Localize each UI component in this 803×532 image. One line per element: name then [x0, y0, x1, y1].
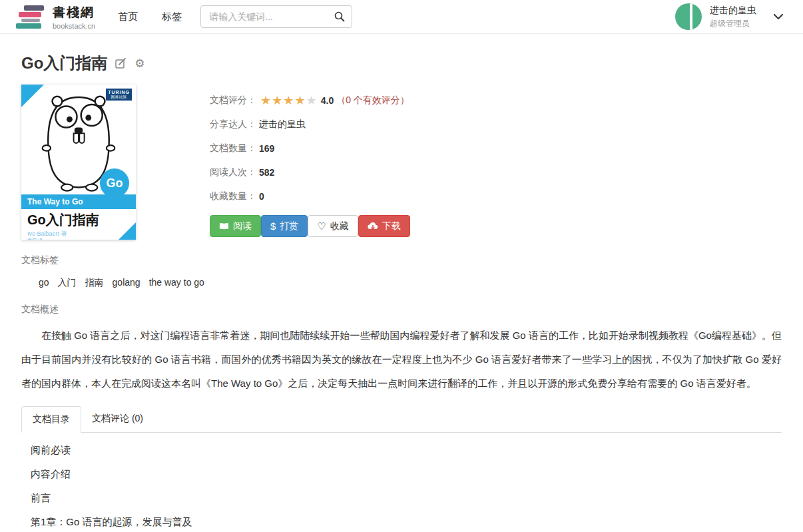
search-box [200, 5, 352, 28]
search-button[interactable] [328, 7, 351, 27]
book-summary: TURING 图灵社区 Go The Way to Go [21, 85, 782, 240]
chevron-down-icon [774, 14, 783, 20]
toc-item[interactable]: 内容介绍 [31, 462, 782, 486]
user-name: 进击的皇虫 [710, 5, 756, 17]
sharer-name: 进击的皇虫 [259, 119, 306, 131]
overview-heading: 文档概述 [21, 304, 782, 316]
toc-list: 阅前必读 内容介绍 前言 第1章：Go 语言的起源，发展与普及 第2章：安装与运… [21, 433, 782, 532]
toc-item[interactable]: 前言 [31, 486, 782, 510]
nav-link-home[interactable]: 首页 [118, 11, 138, 23]
tab-comments[interactable]: 文档评论 (0) [81, 406, 154, 433]
tag-item[interactable]: 指南 [85, 277, 104, 289]
tags-row: go 入门 指南 golang the way to go [21, 277, 782, 289]
reward-button[interactable]: $ 打赏 [261, 215, 308, 237]
bookstack-logo-icon [16, 4, 47, 29]
brand-logo[interactable]: 書棧網 bookstack.cn [16, 4, 95, 30]
doc-count: 169 [259, 143, 274, 154]
info-row-favorite-count: 收藏数量： 0 [210, 184, 410, 208]
tab-toc[interactable]: 文档目录 [21, 406, 81, 433]
cover-corner-triangle-br [119, 222, 136, 240]
brand-subtitle: bookstack.cn [53, 22, 95, 30]
rating-label: 文档评分： [210, 95, 256, 107]
user-menu[interactable]: 进击的皇虫 超级管理员 [675, 3, 787, 30]
star-icon[interactable]: ★ [260, 95, 271, 107]
star-icon[interactable]: ★ [306, 95, 317, 107]
book-info: 文档评分： ★★★★★ 4.0 （0 个有效评分） 分享达人： 进击的皇虫 文档… [210, 85, 410, 240]
rating-count: （0 个有效评分） [336, 95, 409, 107]
gear-icon[interactable]: ⚙ [134, 57, 144, 71]
read-button[interactable]: 阅读 [210, 215, 261, 237]
tag-item[interactable]: 入门 [58, 277, 77, 289]
star-icon[interactable]: ★ [283, 95, 294, 107]
book-icon [219, 222, 229, 231]
nav-links: 首页 标签 [118, 11, 182, 23]
favorite-button[interactable]: ♡ 收藏 [308, 215, 358, 237]
info-row-read-count: 阅读人次： 582 [210, 160, 410, 184]
tag-item[interactable]: the way to go [149, 277, 204, 289]
action-buttons: 阅读 $ 打赏 ♡ 收藏 下载 [210, 215, 410, 237]
info-row-sharer: 分享达人： 进击的皇虫 [210, 113, 410, 136]
overview-text: 在接触 Go 语言之后，对这门编程语言非常着迷，期间也陆陆续续开始一些帮助国内编… [21, 324, 782, 396]
go-logo-badge: Go [100, 168, 129, 198]
title-row: Go入门指南 ⚙ [21, 53, 782, 74]
rating-score: 4.0 [321, 95, 334, 106]
book-cover[interactable]: TURING 图灵社区 Go The Way to Go [21, 85, 136, 240]
brand-title: 書棧網 [53, 4, 95, 21]
avatar[interactable] [675, 3, 702, 30]
cloud-download-icon [368, 222, 378, 230]
toc-item[interactable]: 阅前必读 [31, 438, 782, 462]
toc-item[interactable]: 第1章：Go 语言的起源，发展与普及 [31, 510, 782, 532]
info-row-doc-count: 文档数量： 169 [210, 136, 410, 160]
navbar: 書棧網 bookstack.cn 首页 标签 进击的皇虫 超级管理员 [0, 0, 803, 34]
tags-heading: 文档标签 [21, 254, 782, 266]
dollar-icon: $ [270, 221, 276, 231]
read-count: 582 [259, 167, 274, 178]
cover-banner: The Way to Go [21, 194, 136, 209]
favorite-count: 0 [259, 191, 264, 202]
info-row-rating: 文档评分： ★★★★★ 4.0 （0 个有效评分） [210, 89, 410, 113]
nav-link-tags[interactable]: 标签 [162, 11, 182, 23]
user-role: 超级管理员 [710, 18, 756, 29]
cover-translator: 无闻 译 [27, 237, 43, 240]
download-button[interactable]: 下载 [358, 215, 410, 237]
main-content: Go入门指南 ⚙ TURING 图灵社区 [0, 53, 803, 532]
star-icon[interactable]: ★ [294, 95, 305, 107]
tag-item[interactable]: golang [113, 277, 140, 289]
cover-title: Go入门指南 [27, 211, 99, 229]
search-icon [334, 11, 345, 22]
rating-stars[interactable]: ★★★★★ [260, 95, 317, 107]
heart-icon: ♡ [317, 221, 326, 231]
edit-icon[interactable] [115, 58, 127, 69]
page-title: Go入门指南 [21, 53, 107, 74]
star-icon[interactable]: ★ [272, 95, 282, 107]
tab-bar: 文档目录 文档评论 (0) [21, 406, 782, 433]
tag-item[interactable]: go [39, 277, 49, 289]
